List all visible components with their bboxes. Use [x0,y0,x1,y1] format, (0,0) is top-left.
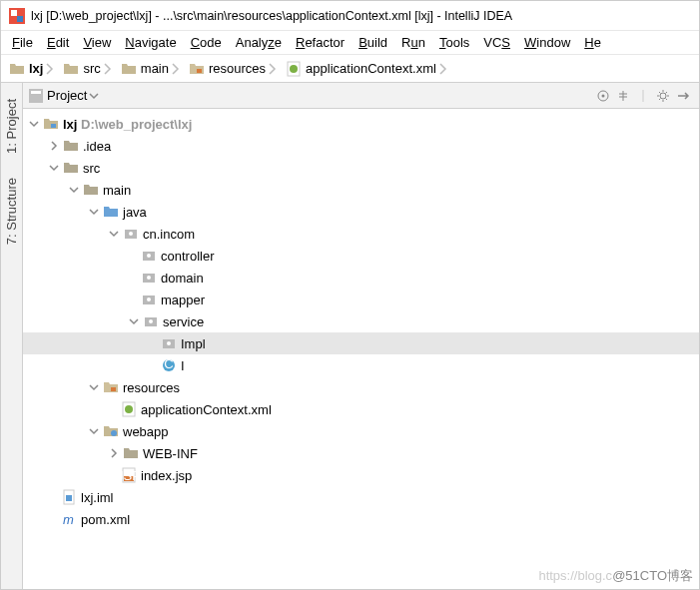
package-icon [141,270,157,286]
tree-label: pom.xml [81,512,130,527]
svg-point-24 [167,341,171,345]
tree-row-controller[interactable]: controller [23,245,699,267]
collapse-all-icon[interactable] [613,86,633,106]
menu-edit[interactable]: Edit [40,33,76,52]
window-title: lxj [D:\web_project\lxj] - ...\src\main\… [31,9,512,23]
menu-navigate[interactable]: Navigate [118,33,183,52]
menu-tools[interactable]: Tools [432,33,476,52]
menu-build[interactable]: Build [351,33,394,52]
tree-row-domain[interactable]: domain [23,267,699,289]
menu-help[interactable]: He [577,33,608,52]
web-folder-icon [103,423,119,439]
panel-header: Project [23,83,699,109]
svg-rect-3 [197,69,202,73]
tab-project[interactable]: 1: Project [2,91,21,162]
crumb-src[interactable]: src [59,59,116,79]
tree-row-appctx[interactable]: applicationContext.xml [23,398,699,420]
crumb-label: src [83,61,100,76]
tree-label: WEB-INF [143,446,198,461]
crumb-resources[interactable]: resources [185,59,282,79]
chevron-right-icon [268,62,278,76]
tree-label: mapper [161,293,205,307]
chevron-down-icon[interactable] [87,424,101,438]
tree-row-interface[interactable]: C I [23,354,699,376]
tree-row-webapp[interactable]: webapp [23,420,699,442]
menu-analyze[interactable]: Analyze [229,33,289,52]
menu-view[interactable]: View [76,33,118,52]
tree-row-src[interactable]: src [23,157,699,179]
tree-row-java[interactable]: java [23,201,699,223]
menu-file[interactable]: File [5,33,40,52]
chevron-down-icon[interactable] [107,227,121,241]
folder-icon [123,445,139,461]
tree-label: service [163,314,204,329]
menu-code[interactable]: Code [184,33,229,52]
svg-rect-35 [66,495,72,501]
spring-xml-icon [121,401,137,417]
crumb-file[interactable]: applicationContext.xml [282,59,452,79]
tree-label: lxj.iml [81,490,114,505]
svg-rect-12 [51,124,56,128]
tree-label: Impl [181,336,206,351]
menu-refactor[interactable]: Refactor [289,33,351,52]
tree-label: java [123,205,147,220]
class-icon: C [161,357,177,373]
tree-row-resources[interactable]: resources [23,376,699,398]
project-tree[interactable]: lxj D:\web_project\lxj .idea src [23,109,699,589]
tree-row-webinf[interactable]: WEB-INF [23,442,699,464]
svg-point-5 [290,65,298,73]
resources-folder-icon [189,61,205,77]
chevron-down-icon[interactable] [87,380,101,394]
chevron-down-icon[interactable] [47,161,61,175]
crumb-main[interactable]: main [117,59,185,79]
menu-vcs[interactable]: VCS [476,33,517,52]
tree-row-main[interactable]: main [23,179,699,201]
chevron-down-icon[interactable] [89,91,99,101]
gear-icon[interactable] [653,86,673,106]
tree-row-package[interactable]: cn.incom [23,223,699,245]
chevron-right-icon[interactable] [47,139,61,153]
project-icon [29,89,43,103]
tool-window-bar: 1: Project 7: Structure [1,83,23,589]
chevron-down-icon[interactable] [67,183,81,197]
breadcrumb[interactable]: lxj src main resources applicationContex… [1,55,699,83]
tree-row-impl[interactable]: Impl [23,332,699,354]
target-icon[interactable] [593,86,613,106]
tree-row-service[interactable]: service [23,310,699,332]
title-bar: lxj [D:\web_project\lxj] - ...\src\main\… [1,1,699,31]
chevron-down-icon[interactable] [87,205,101,219]
menu-window[interactable]: Window [517,33,577,52]
chevron-right-icon[interactable] [107,446,121,460]
svg-point-29 [125,405,133,413]
svg-rect-27 [111,387,116,391]
svg-point-9 [602,94,605,97]
tree-row-idea[interactable]: .idea [23,135,699,157]
folder-icon [9,61,25,77]
chevron-right-icon [438,62,448,76]
chevron-down-icon[interactable] [27,117,41,131]
package-icon [143,313,159,329]
crumb-label: applicationContext.xml [306,61,436,76]
tree-row-mapper[interactable]: mapper [23,289,699,310]
iml-icon [61,489,77,505]
svg-rect-2 [17,16,23,22]
menu-bar[interactable]: File Edit View Navigate Code Analyze Ref… [1,31,699,55]
tab-structure[interactable]: 7: Structure [2,170,21,253]
crumb-lxj[interactable]: lxj [5,59,59,79]
menu-run[interactable]: Run [394,33,432,52]
package-icon [141,248,157,264]
chevron-down-icon[interactable] [127,314,141,328]
tree-row-indexjsp[interactable]: JSP index.jsp [23,464,699,486]
divider-icon [633,86,653,106]
crumb-label: main [141,61,169,76]
svg-point-20 [147,297,151,301]
hide-icon[interactable] [673,86,693,106]
chevron-right-icon [45,62,55,76]
tree-label: .idea [83,139,111,154]
tree-row-pom[interactable]: m pom.xml [23,508,699,530]
tree-label: src [83,161,100,176]
svg-rect-7 [31,91,41,94]
spring-xml-icon [286,61,302,77]
tree-row-iml[interactable]: lxj.iml [23,486,699,508]
tree-row-root[interactable]: lxj D:\web_project\lxj [23,113,699,135]
